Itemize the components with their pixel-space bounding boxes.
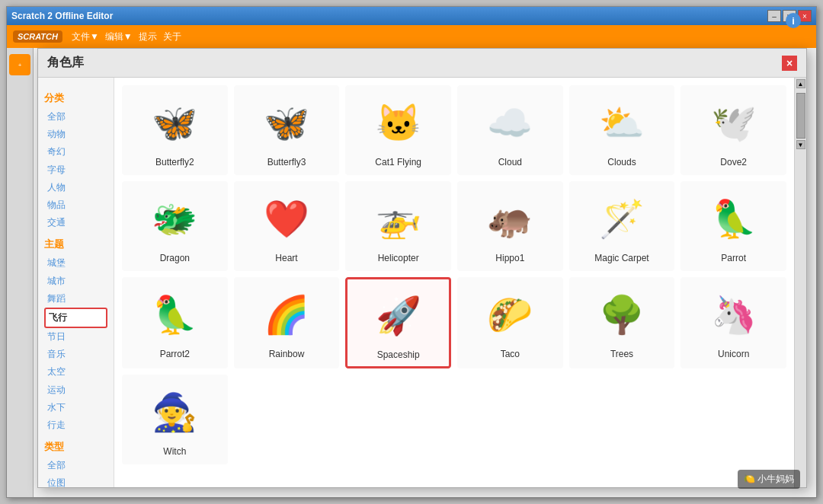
sprite-label-hippo1: Hippo1 xyxy=(495,253,524,263)
sprite-image-parrot: 🦜 xyxy=(703,189,764,250)
sidebar: 分类 全部动物奇幻字母人物物品交通 主题 城堡城市舞蹈飞行节日音乐太空运动水下行… xyxy=(38,78,114,487)
sprite-label-magiccarpet: Magic Carpet xyxy=(594,253,648,263)
dialog-title: 角色库 xyxy=(47,55,84,71)
sprite-label-clouds: Clouds xyxy=(607,157,636,167)
sidebar-category-动物[interactable]: 动物 xyxy=(44,126,107,143)
sprite-image-butterfly3: 🦋 xyxy=(256,93,317,154)
dialog-close-button[interactable]: × xyxy=(782,56,797,71)
sprite-image-clouds: ⛅ xyxy=(591,93,652,154)
sidebar-theme-水下[interactable]: 水下 xyxy=(44,399,107,416)
sidebar-theme-节日[interactable]: 节日 xyxy=(44,328,107,346)
sprite-image-spaceship: 🚀 xyxy=(368,285,429,346)
sprite-item-taco[interactable]: 🌮Taco xyxy=(457,277,563,368)
sprite-image-helicopter: 🚁 xyxy=(368,189,429,250)
sprite-item-helicopter[interactable]: 🚁Helicopter xyxy=(345,181,451,271)
sidebar-theme-城市[interactable]: 城市 xyxy=(44,273,107,290)
sprite-label-trees: Trees xyxy=(610,349,633,359)
sidebar-theme-舞蹈[interactable]: 舞蹈 xyxy=(44,290,107,308)
sprite-item-cat1flying[interactable]: 🐱Cat1 Flying xyxy=(345,85,451,175)
sidebar-type-位图[interactable]: 位图 xyxy=(44,474,107,487)
window-title: Scratch 2 Offline Editor xyxy=(11,11,113,21)
sprite-image-parrot2: 🦜 xyxy=(144,285,205,346)
sidebar-category-人物[interactable]: 人物 xyxy=(44,179,107,196)
watermark: 🍋 小牛妈妈 xyxy=(738,470,800,489)
app-body: + 角色库 × 分类 全部动物奇幻字母人物物品交通 主题 城堡城市舞蹈飞行节日音… xyxy=(7,48,816,497)
sprite-label-cat1flying: Cat1 Flying xyxy=(375,157,421,167)
main-window: Scratch 2 Offline Editor – □ × SCRATCH 文… xyxy=(6,6,817,498)
scratch-logo: SCRATCH xyxy=(13,30,62,43)
menu-file[interactable]: 文件▼ xyxy=(72,30,99,43)
sprite-label-parrot2: Parrot2 xyxy=(160,349,190,359)
toolbar-menu: 文件▼ 编辑▼ 提示 关于 xyxy=(72,30,181,43)
dialog-body: 分类 全部动物奇幻字母人物物品交通 主题 城堡城市舞蹈飞行节日音乐太空运动水下行… xyxy=(38,78,806,487)
dialog-header: 角色库 × xyxy=(38,49,806,78)
sprite-item-butterfly3[interactable]: 🦋Butterfly3 xyxy=(234,85,340,175)
title-bar: Scratch 2 Offline Editor – □ × xyxy=(7,7,816,25)
sidebar-types: 全部位图矢量图 xyxy=(44,457,107,487)
sprite-grid-area: 🦋Butterfly2🦋Butterfly3🐱Cat1 Flying☁️Clou… xyxy=(114,78,794,487)
sidebar-theme-行走[interactable]: 行走 xyxy=(44,416,107,434)
sprite-image-unicorn: 🦄 xyxy=(703,285,764,346)
sidebar-category-物品[interactable]: 物品 xyxy=(44,196,107,214)
sprite-image-magiccarpet: 🪄 xyxy=(591,189,652,250)
sprite-item-unicorn[interactable]: 🦄Unicorn xyxy=(680,277,786,368)
types-section-title: 类型 xyxy=(44,440,107,454)
sprite-item-parrot[interactable]: 🦜Parrot xyxy=(680,181,786,271)
menu-edit[interactable]: 编辑▼ xyxy=(105,30,133,43)
new-sprite-button[interactable]: + xyxy=(9,54,30,75)
sprite-label-spaceship: Spaceship xyxy=(377,349,420,360)
sidebar-theme-城堡[interactable]: 城堡 xyxy=(44,254,107,272)
sprite-image-witch: 🧙 xyxy=(144,382,205,443)
sprite-label-butterfly2: Butterfly2 xyxy=(155,157,194,167)
sprite-item-dove2[interactable]: 🕊️Dove2 xyxy=(680,85,786,175)
sprite-image-cloud: ☁️ xyxy=(479,93,540,154)
dialog-scrollbar: ▲ ▼ xyxy=(794,78,806,487)
themes-section-title: 主题 xyxy=(44,238,107,251)
sprite-label-taco: Taco xyxy=(501,349,520,359)
sprite-image-butterfly2: 🦋 xyxy=(144,93,205,154)
sprite-image-taco: 🌮 xyxy=(479,285,540,346)
scroll-up-button[interactable]: ▲ xyxy=(796,79,805,88)
minimize-button[interactable]: – xyxy=(767,10,781,22)
sprite-image-trees: 🌳 xyxy=(591,285,652,346)
sprite-library-dialog: 角色库 × 分类 全部动物奇幻字母人物物品交通 主题 城堡城市舞蹈飞行节日音乐太… xyxy=(37,48,807,488)
sidebar-type-全部[interactable]: 全部 xyxy=(44,457,107,474)
sprite-image-heart: ❤️ xyxy=(256,189,317,250)
scroll-down-button[interactable]: ▼ xyxy=(796,140,805,149)
sprite-item-parrot2[interactable]: 🦜Parrot2 xyxy=(122,277,228,368)
content-area: + 角色库 × 分类 全部动物奇幻字母人物物品交通 主题 城堡城市舞蹈飞行节日音… xyxy=(7,48,816,497)
sprite-item-witch[interactable]: 🧙Witch xyxy=(122,375,228,464)
sidebar-theme-音乐[interactable]: 音乐 xyxy=(44,346,107,363)
sprite-item-hippo1[interactable]: 🦛Hippo1 xyxy=(457,181,563,271)
sprite-item-clouds[interactable]: ⛅Clouds xyxy=(569,85,675,175)
sprite-label-rainbow: Rainbow xyxy=(269,349,305,359)
sidebar-theme-运动[interactable]: 运动 xyxy=(44,381,107,399)
sprite-item-butterfly2[interactable]: 🦋Butterfly2 xyxy=(122,85,228,175)
sprite-image-cat1flying: 🐱 xyxy=(368,93,429,154)
sprite-item-spaceship[interactable]: 🚀Spaceship xyxy=(345,277,451,368)
sprite-item-heart[interactable]: ❤️Heart xyxy=(234,181,340,271)
sprite-item-magiccarpet[interactable]: 🪄Magic Carpet xyxy=(569,181,675,271)
sidebar-category-全部[interactable]: 全部 xyxy=(44,108,107,126)
sprite-label-butterfly3: Butterfly3 xyxy=(267,157,306,167)
sprite-label-witch: Witch xyxy=(163,446,186,457)
sprite-item-dragon[interactable]: 🐲Dragon xyxy=(122,181,228,271)
sprite-item-rainbow[interactable]: 🌈Rainbow xyxy=(234,277,340,368)
scrollbar-thumb[interactable] xyxy=(796,93,805,139)
sprite-item-trees[interactable]: 🌳Trees xyxy=(569,277,675,368)
sprite-image-rainbow: 🌈 xyxy=(256,285,317,346)
sprite-image-dove2: 🕊️ xyxy=(703,93,764,154)
menu-hints[interactable]: 提示 xyxy=(139,30,157,43)
menu-about[interactable]: 关于 xyxy=(163,30,181,43)
sidebar-category-交通[interactable]: 交通 xyxy=(44,214,107,231)
sidebar-theme-太空[interactable]: 太空 xyxy=(44,363,107,381)
sprite-item-cloud[interactable]: ☁️Cloud xyxy=(457,85,563,175)
sidebar-category-奇幻[interactable]: 奇幻 xyxy=(44,143,107,161)
sidebar-category-字母[interactable]: 字母 xyxy=(44,161,107,179)
sidebar-themes: 城堡城市舞蹈飞行节日音乐太空运动水下行走 xyxy=(44,254,107,434)
sidebar-theme-飞行[interactable]: 飞行 xyxy=(44,308,107,328)
scratch-toolbar: SCRATCH 文件▼ 编辑▼ 提示 关于 xyxy=(7,25,816,48)
sidebar-categories: 全部动物奇幻字母人物物品交通 xyxy=(44,108,107,231)
categories-section-title: 分类 xyxy=(44,91,107,105)
editor-panel: + xyxy=(7,48,34,497)
